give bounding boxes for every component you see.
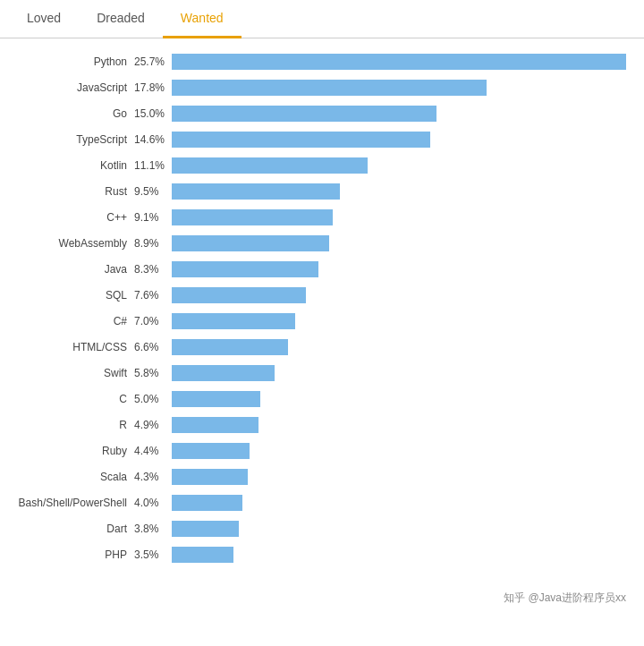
bar-pct: 3.5% bbox=[134, 548, 172, 561]
bar-row: Rust9.5% bbox=[18, 180, 626, 203]
bar-pct: 6.6% bbox=[134, 341, 172, 353]
bar-track bbox=[172, 547, 626, 563]
bar-label: TypeScript bbox=[18, 133, 134, 146]
bar-label: Scala bbox=[18, 471, 134, 483]
bar-track bbox=[172, 313, 626, 329]
bar-pct: 9.5% bbox=[134, 185, 172, 198]
bar-pct: 4.9% bbox=[134, 419, 172, 431]
bar-row: HTML/CSS6.6% bbox=[18, 336, 626, 359]
bar-row: WebAssembly8.9% bbox=[18, 232, 626, 255]
bar-row: Go15.0% bbox=[18, 102, 626, 125]
bar-label: Go bbox=[18, 107, 134, 120]
bar-label: WebAssembly bbox=[18, 237, 134, 250]
bar-pct: 4.4% bbox=[134, 445, 172, 457]
bar-track bbox=[172, 287, 626, 303]
bar-label: PHP bbox=[18, 548, 134, 561]
bar-label: Bash/Shell/PowerShell bbox=[18, 497, 134, 509]
bar-fill bbox=[172, 339, 288, 355]
bar-fill bbox=[172, 495, 242, 511]
bar-pct: 15.0% bbox=[134, 107, 172, 120]
bar-pct: 4.0% bbox=[134, 497, 172, 509]
bar-pct: 25.7% bbox=[134, 55, 172, 68]
bar-pct: 9.1% bbox=[134, 211, 172, 224]
bar-fill bbox=[172, 547, 233, 563]
bar-track bbox=[172, 54, 626, 70]
bar-label: C bbox=[18, 393, 134, 405]
bar-row: C5.0% bbox=[18, 387, 626, 411]
bar-row: R4.9% bbox=[18, 413, 626, 437]
bar-pct: 3.8% bbox=[134, 523, 172, 535]
bar-fill bbox=[172, 521, 239, 537]
bar-row: TypeScript14.6% bbox=[18, 128, 626, 151]
bar-row: JavaScript17.8% bbox=[18, 76, 626, 99]
bar-row: Kotlin11.1% bbox=[18, 154, 626, 177]
bar-fill bbox=[172, 80, 487, 96]
bar-label: C++ bbox=[18, 211, 134, 224]
bar-track bbox=[172, 469, 626, 485]
bar-track bbox=[172, 339, 626, 355]
bar-track bbox=[172, 443, 626, 459]
bar-label: C# bbox=[18, 315, 134, 327]
bar-track bbox=[172, 521, 626, 537]
tab-wanted[interactable]: Wanted bbox=[163, 0, 242, 38]
bar-row: Ruby4.4% bbox=[18, 439, 626, 463]
bar-pct: 14.6% bbox=[134, 133, 172, 146]
bar-fill bbox=[172, 313, 295, 329]
bar-pct: 5.0% bbox=[134, 393, 172, 405]
bar-track bbox=[172, 80, 626, 96]
bar-row: SQL7.6% bbox=[18, 284, 626, 307]
bar-pct: 5.8% bbox=[134, 367, 172, 379]
bar-fill bbox=[172, 287, 306, 303]
bar-track bbox=[172, 495, 626, 511]
bar-label: Kotlin bbox=[18, 159, 134, 172]
bar-track bbox=[172, 261, 626, 277]
bar-label: R bbox=[18, 419, 134, 431]
bar-fill bbox=[172, 443, 250, 459]
bar-track bbox=[172, 157, 626, 174]
bar-track bbox=[172, 183, 626, 200]
bar-fill bbox=[172, 391, 260, 407]
tab-dreaded[interactable]: Dreaded bbox=[79, 0, 163, 38]
chart-container: Python25.7%JavaScript17.8%Go15.0%TypeScr… bbox=[0, 38, 644, 587]
bar-fill bbox=[172, 183, 340, 200]
bar-row: C++9.1% bbox=[18, 206, 626, 229]
bar-fill bbox=[172, 365, 275, 381]
bar-fill bbox=[172, 261, 318, 277]
watermark: 知乎 @Java进阶程序员xx bbox=[0, 587, 644, 609]
bar-fill bbox=[172, 157, 368, 174]
bar-row: C#7.0% bbox=[18, 310, 626, 333]
bar-label: Java bbox=[18, 263, 134, 276]
bar-label: Ruby bbox=[18, 445, 134, 457]
bar-track bbox=[172, 132, 626, 148]
bar-track bbox=[172, 417, 626, 433]
bar-row: Swift5.8% bbox=[18, 361, 626, 385]
bar-label: HTML/CSS bbox=[18, 341, 134, 353]
bar-pct: 8.9% bbox=[134, 237, 172, 250]
bar-fill bbox=[172, 209, 333, 225]
bar-label: JavaScript bbox=[18, 81, 134, 94]
bar-track bbox=[172, 365, 626, 381]
bar-track bbox=[172, 106, 626, 122]
bar-row: Dart3.8% bbox=[18, 517, 626, 540]
bar-track bbox=[172, 391, 626, 407]
bar-label: Python bbox=[18, 55, 134, 68]
bar-track bbox=[172, 235, 626, 251]
bar-row: Scala4.3% bbox=[18, 465, 626, 489]
bar-fill bbox=[172, 469, 248, 485]
bar-label: Dart bbox=[18, 523, 134, 535]
bar-fill bbox=[172, 235, 329, 251]
bar-label: Swift bbox=[18, 367, 134, 379]
bar-label: SQL bbox=[18, 289, 134, 302]
bar-fill bbox=[172, 417, 258, 433]
bar-label: Rust bbox=[18, 185, 134, 198]
bar-fill bbox=[172, 54, 626, 70]
bar-pct: 11.1% bbox=[134, 159, 172, 172]
bar-pct: 4.3% bbox=[134, 471, 172, 483]
bar-fill bbox=[172, 132, 430, 148]
tab-loved[interactable]: Loved bbox=[9, 0, 79, 38]
bar-row: Java8.3% bbox=[18, 258, 626, 281]
bar-pct: 7.0% bbox=[134, 315, 172, 327]
bar-row: PHP3.5% bbox=[18, 543, 626, 566]
bar-fill bbox=[172, 106, 436, 122]
tabs-container: LovedDreadedWanted bbox=[0, 0, 644, 38]
